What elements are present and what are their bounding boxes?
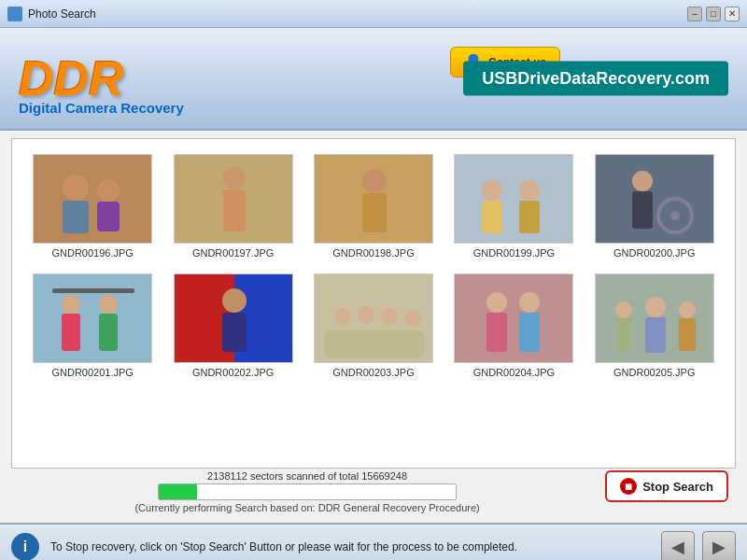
svg-rect-24 — [62, 314, 80, 351]
photo-thumbnail[interactable] — [174, 154, 293, 244]
svg-rect-31 — [222, 313, 247, 352]
progress-bar-fill — [159, 484, 197, 499]
photo-filename: GNDR00197.JPG — [192, 247, 274, 259]
svg-rect-33 — [324, 330, 425, 358]
photo-filename: GNDR00202.JPG — [192, 367, 274, 378]
website-badge: USBDriveDataRecovery.com — [463, 62, 728, 96]
progress-bar-background — [158, 483, 457, 500]
photo-thumbnail[interactable] — [314, 273, 433, 363]
close-button[interactable]: ✕ — [725, 7, 740, 21]
svg-rect-42 — [519, 313, 540, 352]
photo-item: GNDR00197.JPG — [167, 154, 298, 259]
svg-point-20 — [670, 211, 680, 220]
stop-search-button[interactable]: ⏹ Stop Search — [605, 470, 728, 502]
photo-thumbnail[interactable] — [33, 154, 152, 244]
bottom-bar: i To Stop recovery, click on 'Stop Searc… — [0, 523, 747, 560]
svg-rect-4 — [97, 202, 120, 231]
svg-point-46 — [645, 297, 666, 317]
svg-rect-18 — [632, 191, 653, 229]
photo-item: GNDR00205.JPG — [589, 273, 720, 378]
svg-point-12 — [482, 180, 502, 201]
svg-rect-15 — [519, 201, 540, 233]
svg-point-30 — [222, 288, 247, 313]
app-subtitle: Digital Camera Recovery — [19, 100, 184, 116]
photo-filename: GNDR00204.JPG — [473, 367, 555, 378]
svg-rect-13 — [482, 201, 502, 233]
photo-filename: GNDR00198.JPG — [332, 247, 414, 259]
photo-item: GNDR00200.JPG — [589, 154, 720, 259]
photo-grid: GNDR00196.JPG GNDR00197.JPG GNDR00198.JP… — [27, 154, 720, 378]
sub-status-text: (Currently performing Search based on: D… — [134, 502, 479, 513]
svg-point-41 — [519, 292, 540, 313]
svg-point-14 — [519, 180, 540, 201]
titlebar-title: Photo Search — [28, 7, 687, 21]
photo-thumbnail[interactable] — [454, 154, 573, 244]
svg-point-35 — [358, 306, 374, 323]
svg-point-25 — [99, 295, 118, 314]
header: DDR Digital Camera Recovery 👤 Contact us… — [0, 28, 747, 131]
svg-rect-7 — [223, 189, 246, 231]
svg-rect-22 — [52, 288, 134, 293]
photo-thumbnail[interactable] — [595, 273, 714, 363]
svg-point-9 — [362, 169, 387, 193]
photo-filename: GNDR00200.JPG — [613, 247, 695, 259]
photo-grid-container[interactable]: GNDR00196.JPG GNDR00197.JPG GNDR00198.JP… — [11, 138, 736, 469]
photo-filename: GNDR00196.JPG — [51, 247, 133, 259]
photo-item: GNDR00198.JPG — [308, 154, 439, 259]
progress-section: 2138112 sectors scanned of total 1566924… — [11, 469, 736, 515]
svg-point-3 — [97, 179, 120, 202]
photo-filename: GNDR00201.JPG — [51, 367, 133, 378]
window-controls: – □ ✕ — [687, 7, 740, 21]
svg-rect-0 — [34, 155, 152, 244]
forward-button[interactable]: ▶ — [702, 531, 736, 560]
svg-rect-10 — [362, 193, 387, 232]
svg-rect-26 — [99, 314, 118, 351]
photo-thumbnail[interactable] — [174, 273, 293, 363]
bottom-info-text: To Stop recovery, click on 'Stop Search'… — [50, 540, 650, 553]
minimize-button[interactable]: – — [687, 7, 702, 21]
stop-label: Stop Search — [642, 480, 713, 494]
main-area: GNDR00196.JPG GNDR00197.JPG GNDR00198.JP… — [0, 131, 747, 523]
photo-item: GNDR00203.JPG — [308, 273, 439, 378]
svg-rect-40 — [486, 313, 507, 352]
photo-thumbnail[interactable] — [33, 273, 152, 363]
photo-filename: GNDR00205.JPG — [613, 367, 695, 378]
svg-rect-2 — [63, 201, 89, 233]
svg-point-48 — [679, 301, 696, 318]
photo-thumbnail[interactable] — [454, 273, 573, 363]
svg-point-39 — [486, 292, 507, 313]
navigation-buttons: ◀ ▶ — [661, 531, 736, 560]
ddr-logo: DDR — [19, 54, 124, 103]
svg-point-17 — [632, 171, 653, 191]
svg-rect-45 — [615, 318, 632, 351]
back-button[interactable]: ◀ — [661, 531, 695, 560]
photo-thumbnail[interactable] — [314, 154, 433, 244]
progress-text: 2138112 sectors scanned of total 1566924… — [207, 470, 407, 482]
photo-item: GNDR00199.JPG — [448, 154, 579, 259]
photo-item: GNDR00202.JPG — [167, 273, 298, 378]
svg-rect-38 — [455, 274, 573, 363]
svg-point-37 — [404, 310, 421, 327]
svg-point-23 — [62, 295, 80, 314]
photo-thumbnail[interactable] — [595, 154, 714, 244]
progress-center: 2138112 sectors scanned of total 1566924… — [19, 470, 596, 513]
info-icon: i — [11, 533, 39, 560]
photo-item: GNDR00201.JPG — [27, 273, 158, 378]
photo-filename: GNDR00203.JPG — [332, 367, 414, 378]
svg-point-34 — [334, 308, 351, 325]
photo-item: GNDR00204.JPG — [448, 273, 579, 378]
svg-point-1 — [63, 175, 89, 201]
svg-point-6 — [223, 167, 246, 189]
photo-item: GNDR00196.JPG — [27, 154, 158, 259]
titlebar: Photo Search – □ ✕ — [0, 0, 747, 28]
svg-rect-21 — [34, 274, 152, 363]
app-icon — [7, 7, 22, 21]
photo-filename: GNDR00199.JPG — [473, 247, 555, 259]
stop-icon: ⏹ — [620, 478, 637, 495]
svg-rect-47 — [645, 317, 666, 353]
svg-point-44 — [615, 301, 632, 318]
svg-point-36 — [381, 308, 398, 325]
svg-rect-49 — [679, 318, 696, 351]
svg-rect-16 — [596, 155, 714, 244]
maximize-button[interactable]: □ — [706, 7, 721, 21]
